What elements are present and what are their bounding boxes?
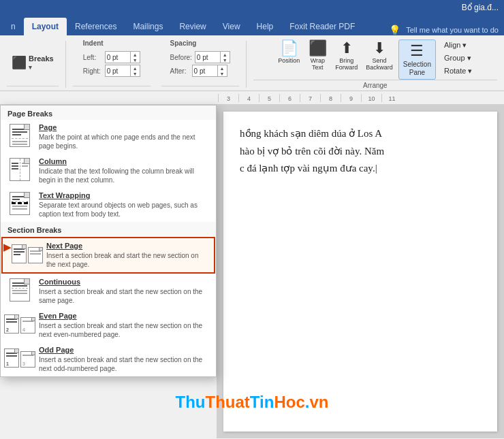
group-button[interactable]: Group ▾ [441, 52, 475, 64]
page-breaks-header: Page Breaks [1, 105, 216, 120]
indent-right-input[interactable]: 0 pt ▲ ▼ [105, 65, 140, 77]
tab-layout[interactable]: Layout [24, 18, 67, 35]
indent-spacing-group: Indent Left: 0 pt ▲ ▼ Right: [67, 38, 156, 91]
indent-right-up[interactable]: ▲ [131, 65, 140, 71]
spacing-before-input[interactable]: 0 pt ▲ ▼ [195, 51, 230, 63]
ribbon-tabs: n Layout References Mailings Review View… [0, 15, 504, 35]
spacing-before-down[interactable]: ▼ [221, 57, 230, 63]
indent-left-label: Left: [83, 54, 102, 61]
menu-item-even-page-text: Even Page Insert a section break and sta… [39, 312, 209, 339]
position-button[interactable]: 📄 Position [275, 39, 302, 65]
indent-left-input[interactable]: 0 pt ▲ ▼ [105, 51, 140, 63]
doc-text: hồng khách sạn diêm dúa ở Los A hào bị v… [240, 125, 481, 178]
text-wrapping-icon [7, 191, 32, 216]
tab-view[interactable]: View [215, 18, 249, 35]
menu-item-page-text: Page Mark the point at which one page en… [39, 123, 209, 150]
spacing-after-down[interactable]: ▼ [218, 71, 227, 76]
tab-n[interactable]: n [3, 18, 24, 35]
breaks-label: Breaks [29, 54, 54, 63]
light-icon: 💡 [389, 25, 400, 35]
breaks-button[interactable]: ⬛ Breaks ▾ [7, 52, 59, 74]
tab-help[interactable]: Help [249, 18, 282, 35]
menu-item-text-wrapping[interactable]: Text Wrapping Separate text around objec… [1, 188, 216, 222]
rotate-button[interactable]: Rotate ▾ [441, 65, 475, 77]
selection-pane-button[interactable]: ☰ Selection Pane [398, 39, 436, 80]
indent-left-up[interactable]: ▲ [131, 52, 140, 57]
indent-right-label: Right: [83, 67, 102, 75]
continuous-icon [7, 278, 32, 302]
indent-group-label [73, 86, 151, 88]
spacing-after-up[interactable]: ▲ [218, 65, 227, 71]
spacing-label: Spacing [170, 39, 197, 47]
menu-item-even-page[interactable]: 2 4 Even Page Insert a section break [1, 308, 216, 342]
even-page-icon: 2 4 [7, 312, 32, 336]
tell-me-input[interactable]: Tell me what you want to do [406, 26, 499, 34]
section-breaks-header: Section Breaks [1, 222, 216, 236]
breaks-group: ⬛ Breaks ▾ [1, 38, 64, 91]
ribbon-toolbar: ⬛ Breaks ▾ Indent Left: 0 pt [0, 35, 504, 91]
menu-item-odd-page-text: Odd Page Insert a section break and star… [39, 346, 209, 373]
odd-page-icon: 1 3 [7, 346, 32, 370]
breaks-dropdown: Page Breaks [0, 105, 217, 377]
wrap-text-button[interactable]: ⬛ Wrap Text [305, 39, 330, 72]
menu-item-column-text: Column Indicate that the text following … [39, 157, 209, 184]
document-area[interactable]: hồng khách sạn diêm dúa ở Los A hào bị v… [217, 105, 504, 438]
indent-left-down[interactable]: ▼ [131, 57, 140, 63]
tab-review[interactable]: Review [171, 18, 214, 35]
ruler: 3 4 5 6 7 8 9 10 11 [0, 91, 504, 105]
arrange-label: Arrange [253, 80, 497, 89]
column-icon [7, 157, 32, 182]
menu-item-text-wrapping-text: Text Wrapping Separate text around objec… [39, 191, 209, 218]
tab-mailings[interactable]: Mailings [125, 18, 171, 35]
doc-line-1: hồng khách sạn diêm dúa ở Los A [240, 125, 481, 143]
spacing-group: Spacing Before: 0 pt ▲ ▼ After: [156, 38, 245, 91]
app-window: Bổ gia.đ... n Layout References Mailings… [0, 0, 504, 439]
send-backward-button[interactable]: ⬇ Send Backward [363, 39, 396, 72]
spacing-group-label [161, 86, 239, 88]
align-button[interactable]: Align ▾ [441, 39, 475, 51]
bring-forward-button[interactable]: ⬆ Bring Forward [332, 39, 360, 72]
page-setup-label [7, 86, 59, 88]
indent-label: Indent [83, 39, 104, 47]
menu-item-column[interactable]: Column Indicate that the text following … [1, 154, 216, 188]
page-icon [7, 123, 32, 148]
menu-item-page[interactable]: Page Mark the point at which one page en… [1, 120, 216, 154]
title-bar: Bổ gia.đ... [0, 0, 504, 15]
tab-references[interactable]: References [67, 18, 125, 35]
menu-item-continuous[interactable]: Continuous Insert a section break and st… [1, 274, 216, 308]
document-page: hồng khách sạn diêm dúa ở Los A hào bị v… [223, 112, 497, 432]
next-page-icon [15, 242, 40, 266]
tab-foxit[interactable]: Foxit Reader PDF [281, 18, 363, 35]
spacing-before-up[interactable]: ▲ [221, 52, 230, 57]
doc-line-3: c đá lạnh tợp vài ngụm đưa cay.| [240, 160, 481, 178]
menu-item-odd-page[interactable]: 1 3 Odd Page Insert a section break [1, 342, 216, 376]
menu-item-next-page-text: Next Page Insert a section break and sta… [46, 242, 207, 269]
indent-right-down[interactable]: ▼ [131, 71, 140, 76]
doc-line-2: hào bị vợ bỏ trên cõi đời này. Năm [240, 143, 481, 161]
menu-item-continuous-text: Continuous Insert a section break and st… [39, 278, 209, 305]
title-text: Bổ gia.đ... [462, 3, 499, 12]
arrange-group: 📄 Position ⬛ Wrap Text ⬆ Bring Forward ⬇… [248, 38, 503, 91]
menu-item-next-page[interactable]: ▶ [1, 237, 215, 274]
spacing-after-input[interactable]: 0 pt ▲ ▼ [192, 65, 227, 77]
